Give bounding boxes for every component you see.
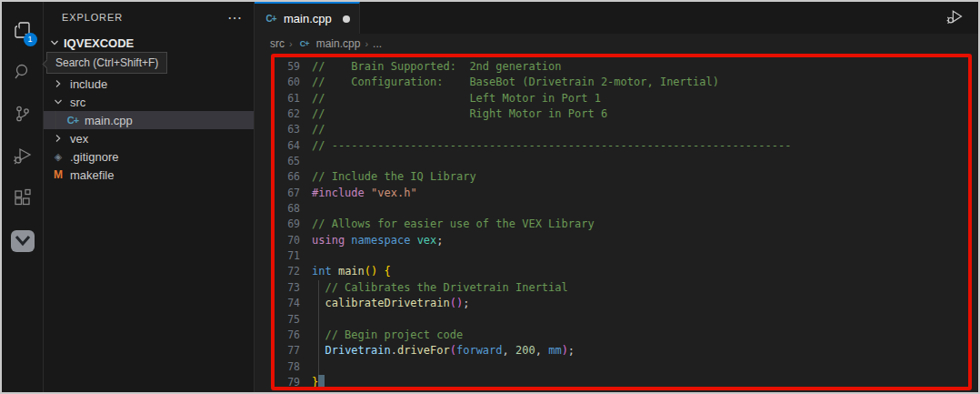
code-line-78[interactable]: 78 [276, 359, 968, 375]
code-text[interactable]: } [312, 375, 325, 390]
chevron-down-icon [51, 97, 65, 106]
line-number[interactable]: 65 [276, 154, 300, 169]
explorer-sidebar: EXPLORER ⋯ IQVEXCODE includesrcC+main.cp… [44, 2, 255, 392]
code-text[interactable]: // [312, 122, 325, 137]
code-text[interactable]: // Calibrates the Drivetrain Inertial [312, 280, 568, 296]
tree-item-makefile[interactable]: Mmakefile [44, 166, 254, 184]
code-text[interactable]: int main() { [312, 264, 391, 279]
code-line-66[interactable]: 66// Include the IQ Library [276, 169, 968, 185]
makefile-icon: M [51, 168, 65, 181]
breadcrumb-src[interactable]: src [270, 37, 285, 50]
code-line-62[interactable]: 62// Right Motor in Port 6 [276, 106, 968, 122]
tree-item-label: main.cpp [85, 114, 133, 127]
explorer-activity-button[interactable]: 1 [2, 11, 44, 53]
line-number[interactable]: 64 [276, 138, 300, 154]
line-number[interactable]: 75 [276, 312, 300, 328]
tree-item-label: makefile [70, 168, 114, 182]
tree-item-label: src [70, 96, 85, 109]
source-control-activity-button[interactable] [2, 95, 44, 136]
code-line-72[interactable]: 72int main() { [276, 264, 968, 279]
tree-item-include[interactable]: include [44, 75, 254, 93]
line-number[interactable]: 73 [276, 280, 300, 296]
code-text[interactable]: // Configuration: BaseBot (Drivetrain 2-… [312, 75, 719, 90]
project-name: IQVEXCODE [64, 36, 134, 50]
line-number[interactable]: 60 [276, 75, 300, 90]
code-text[interactable]: // -------------------------------------… [312, 138, 791, 154]
code-text[interactable]: // Brain Supported: 2nd generation [312, 59, 562, 75]
breadcrumb-file[interactable]: main.cpp [316, 37, 361, 50]
code-line-61[interactable]: 61// Left Motor in Port 1 [276, 91, 968, 106]
code-lines: 59// Brain Supported: 2nd generation60//… [276, 59, 968, 390]
code-text[interactable]: // Right Motor in Port 6 [312, 106, 607, 122]
code-text[interactable]: Drivetrain.driveFor(forward, 200, mm); [312, 343, 575, 359]
line-number[interactable]: 62 [276, 106, 300, 122]
line-number[interactable]: 72 [276, 264, 300, 279]
code-text[interactable]: calibrateDrivetrain(); [312, 296, 469, 311]
line-number[interactable]: 78 [276, 359, 300, 375]
code-line-71[interactable]: 71 [276, 248, 968, 264]
line-number[interactable]: 79 [276, 375, 300, 390]
code-line-63[interactable]: 63// [276, 122, 968, 137]
vex-icon [11, 230, 35, 252]
tree-item-vex[interactable]: vex [44, 129, 254, 147]
views-more-actions-button[interactable]: ⋯ [227, 9, 243, 26]
code-line-75[interactable]: 75 [276, 312, 968, 328]
vex-extension-activity-button[interactable] [2, 220, 44, 262]
line-number[interactable]: 67 [276, 186, 300, 201]
code-line-65[interactable]: 65 [276, 154, 968, 169]
line-number[interactable]: 61 [276, 91, 300, 106]
line-number[interactable]: 69 [276, 217, 300, 232]
code-text[interactable]: // Include the IQ Library [312, 169, 476, 185]
code-text[interactable]: // Left Motor in Port 1 [312, 91, 601, 106]
breadcrumb-symbol[interactable]: ... [373, 37, 382, 50]
source-control-icon [12, 103, 34, 128]
code-line-79[interactable]: 79} [276, 375, 968, 390]
code-line-76[interactable]: 76 // Begin project code [276, 328, 968, 343]
line-number[interactable]: 74 [276, 296, 300, 311]
code-line-60[interactable]: 60// Configuration: BaseBot (Drivetrain … [276, 75, 968, 90]
tree-item-gitignore[interactable]: ◈.gitignore [44, 147, 254, 166]
code-text[interactable]: // Begin project code [312, 328, 463, 343]
chevron-right-icon [51, 134, 65, 143]
chevron-right-icon [51, 79, 65, 88]
tab-main-cpp[interactable]: C+ main.cpp [255, 2, 360, 34]
code-text[interactable]: #include "vex.h" [312, 186, 417, 201]
line-number[interactable]: 66 [276, 169, 300, 185]
project-root-item[interactable]: IQVEXCODE [44, 33, 254, 53]
line-number[interactable]: 63 [276, 122, 300, 137]
search-icon [12, 61, 34, 86]
cpp-file-icon: C+ [297, 39, 312, 48]
line-number[interactable]: 77 [276, 343, 300, 359]
code-line-73[interactable]: 73 // Calibrates the Drivetrain Inertial [276, 280, 968, 296]
line-number[interactable]: 71 [276, 248, 300, 264]
chevron-right-icon: › [289, 38, 293, 49]
tree-item-src[interactable]: src [44, 93, 254, 111]
activity-bar: 1 [2, 2, 44, 392]
code-line-74[interactable]: 74 calibrateDrivetrain(); [276, 296, 968, 311]
tree-item-label: .gitignore [70, 150, 118, 164]
code-text[interactable]: // Allows for easier use of the VEX Libr… [312, 217, 595, 232]
search-activity-button[interactable] [2, 53, 44, 95]
run-or-debug-button[interactable] [945, 7, 964, 29]
extensions-activity-button[interactable] [2, 178, 44, 220]
chevron-down-icon [47, 38, 62, 47]
cpp-file-icon: C+ [65, 115, 80, 126]
search-tooltip: Search (Ctrl+Shift+F) [46, 52, 167, 74]
code-line-64[interactable]: 64// -----------------------------------… [276, 138, 968, 154]
code-text[interactable]: using namespace vex; [312, 233, 444, 248]
vscode-window: 1 [0, 0, 980, 394]
code-line-59[interactable]: 59// Brain Supported: 2nd generation [276, 59, 968, 75]
code-line-67[interactable]: 67#include "vex.h" [276, 186, 968, 201]
tree-item-main-cpp[interactable]: C+main.cpp [44, 111, 254, 129]
code-line-68[interactable]: 68 [276, 201, 968, 217]
code-line-70[interactable]: 70using namespace vex; [276, 233, 968, 248]
indent-guide [318, 280, 319, 375]
code-line-77[interactable]: 77 Drivetrain.driveFor(forward, 200, mm)… [276, 343, 968, 359]
line-number[interactable]: 68 [276, 201, 300, 217]
chevron-right-icon: › [365, 38, 368, 49]
line-number[interactable]: 70 [276, 233, 300, 248]
line-number[interactable]: 59 [276, 59, 300, 75]
code-line-69[interactable]: 69// Allows for easier use of the VEX Li… [276, 217, 968, 232]
run-debug-activity-button[interactable] [2, 136, 44, 178]
line-number[interactable]: 76 [276, 328, 300, 343]
